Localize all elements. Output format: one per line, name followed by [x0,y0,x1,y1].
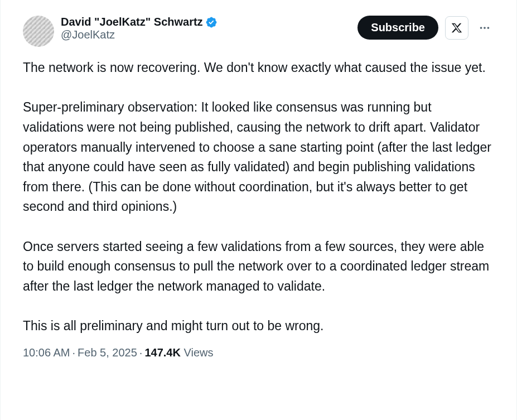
avatar[interactable] [23,16,54,47]
tweet-meta: 10:06 AM·Feb 5, 2025·147.4K Views [23,346,494,359]
views-label: Views [183,346,213,359]
header-actions: Subscribe [357,16,494,40]
tweet-header: David "JoelKatz" Schwartz @JoelKatz Subs… [23,16,494,47]
views-count[interactable]: 147.4K [144,346,181,359]
tweet-time[interactable]: 10:06 AM [23,346,70,359]
user-info: David "JoelKatz" Schwartz @JoelKatz [61,16,351,41]
subscribe-button[interactable]: Subscribe [357,16,438,40]
more-options-icon[interactable] [475,18,494,37]
name-row: David "JoelKatz" Schwartz [61,16,351,28]
user-handle[interactable]: @JoelKatz [61,28,351,41]
verified-badge-icon [205,16,218,28]
display-name[interactable]: David "JoelKatz" Schwartz [61,16,203,28]
tweet-text: The network is now recovering. We don't … [23,58,494,336]
x-ad-icon[interactable] [445,16,468,40]
tweet-container: David "JoelKatz" Schwartz @JoelKatz Subs… [9,9,508,359]
tweet-date[interactable]: Feb 5, 2025 [78,346,137,359]
